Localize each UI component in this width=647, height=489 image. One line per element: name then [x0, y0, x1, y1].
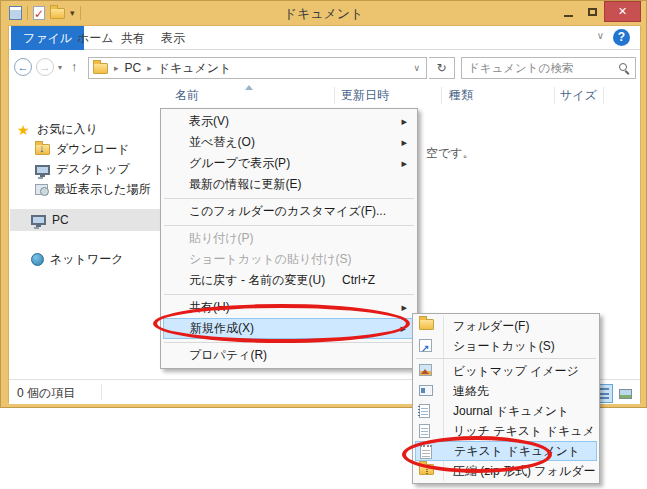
- column-header-type[interactable]: 種類: [449, 87, 473, 104]
- recent-places-icon: [35, 184, 48, 195]
- submenu-item-label: ビットマップ イメージ: [453, 364, 579, 378]
- menu-item-label: グループで表示(P): [189, 156, 290, 170]
- sidebar-item-recent-places[interactable]: 最近表示した場所: [35, 181, 151, 198]
- submenu-item-bitmap-image[interactable]: ビットマップ イメージ: [415, 361, 597, 381]
- search-input[interactable]: [468, 59, 608, 77]
- menu-item-paste: 貼り付け(P): [163, 228, 415, 249]
- menu-item-label: 元に戻す - 名前の変更(U): [189, 273, 325, 287]
- window-title: ドキュメント: [1, 5, 646, 23]
- up-button[interactable]: ↑: [71, 59, 78, 74]
- minimize-button[interactable]: [556, 1, 580, 22]
- column-header-date-modified[interactable]: 更新日時: [341, 87, 389, 104]
- sidebar-item-label: デスクトップ: [56, 161, 130, 178]
- sidebar-item-label: 最近表示した場所: [54, 181, 151, 198]
- breadcrumb-pc[interactable]: PC: [125, 61, 142, 75]
- submenu-item-shortcut[interactable]: ショートカット(S): [415, 336, 597, 356]
- submenu-item-label: フォルダー(F): [453, 319, 529, 333]
- location-folder-icon: [93, 63, 108, 74]
- column-divider[interactable]: [334, 87, 335, 104]
- sidebar-item-desktop[interactable]: デスクトップ: [35, 161, 130, 178]
- submenu-item-journal-document[interactable]: Journal ドキュメント: [415, 401, 597, 421]
- sort-ascending-icon: [245, 85, 253, 90]
- sidebar-item-label: PC: [52, 213, 69, 227]
- sidebar-item-pc[interactable]: PC: [31, 213, 69, 227]
- address-bar-row: ← → ▾ ↑ ▸ PC ▸ ドキュメント ∨ ↻: [9, 51, 640, 85]
- submenu-arrow-icon: ▸: [401, 111, 407, 132]
- menu-item-group-by[interactable]: グループで表示(P) ▸: [163, 153, 415, 174]
- sidebar-item-label: ネットワーク: [50, 251, 123, 268]
- screen: ▾ ドキュメント ✕ ファイル ホーム 共有 表示 ∨ ? ← →: [0, 0, 647, 489]
- sidebar-item-label: ダウンロード: [56, 141, 129, 158]
- submenu-arrow-icon: ▸: [401, 297, 407, 318]
- history-dropdown-icon[interactable]: ▾: [58, 63, 62, 72]
- menu-item-shortcut: Ctrl+Z: [342, 270, 375, 291]
- menu-item-customize-folder[interactable]: このフォルダーのカスタマイズ(F)...: [163, 201, 415, 222]
- search-icon: [619, 63, 627, 71]
- forward-button: →: [36, 58, 54, 76]
- bitmap-image-icon: [419, 364, 432, 376]
- menu-item-paste-shortcut: ショートカットの貼り付け(S): [163, 249, 415, 270]
- sidebar-item-label: お気に入り: [37, 121, 98, 138]
- navigation-pane: ★ お気に入り ダウンロード デスクトップ 最近表示した場所: [9, 85, 161, 379]
- column-divider[interactable]: [441, 87, 442, 104]
- thumbnails-view-button[interactable]: [615, 384, 636, 403]
- status-divider: [101, 384, 102, 400]
- submenu-item-contact[interactable]: 連絡先: [415, 381, 597, 401]
- menu-item-sort-by[interactable]: 並べ替え(O) ▸: [163, 132, 415, 153]
- submenu-item-label: Journal ドキュメント: [453, 404, 569, 418]
- menu-item-label: プロパティ(R): [189, 348, 267, 362]
- column-divider[interactable]: [603, 87, 604, 104]
- title-bar: ▾ ドキュメント ✕: [1, 1, 646, 25]
- menu-item-label: このフォルダーのカスタマイズ(F)...: [189, 204, 386, 218]
- annotation-ellipse-text-document: [402, 436, 552, 473]
- column-header-size[interactable]: サイズ: [560, 87, 597, 104]
- item-count: 0 個の項目: [17, 385, 75, 402]
- ribbon-expand-icon[interactable]: ∨: [597, 30, 604, 41]
- address-dropdown-icon[interactable]: ∨: [413, 63, 420, 73]
- help-icon[interactable]: ?: [613, 29, 630, 46]
- shortcut-icon: [419, 339, 432, 352]
- breadcrumb-documents[interactable]: ドキュメント: [158, 60, 232, 77]
- address-bar[interactable]: ▸ PC ▸ ドキュメント ∨: [88, 57, 427, 79]
- sidebar-item-favorites[interactable]: ★ お気に入り: [17, 121, 98, 138]
- menu-item-view[interactable]: 表示(V) ▸: [163, 111, 415, 132]
- tab-view[interactable]: 表示: [149, 26, 197, 50]
- desktop-icon: [35, 165, 50, 175]
- menu-item-label: 貼り付け(P): [189, 231, 254, 245]
- menu-item-label: ショートカットの貼り付け(S): [189, 252, 352, 266]
- empty-folder-message: 空です。: [426, 145, 475, 162]
- sidebar-item-downloads[interactable]: ダウンロード: [35, 141, 129, 158]
- search-box: [461, 57, 636, 79]
- menu-item-refresh[interactable]: 最新の情報に更新(E): [163, 174, 415, 195]
- maximize-icon: [588, 8, 597, 16]
- downloads-folder-icon: [35, 144, 50, 155]
- folder-icon: [419, 319, 434, 330]
- menu-item-label: 表示(V): [189, 114, 229, 128]
- submenu-item-folder[interactable]: フォルダー(F): [415, 316, 597, 336]
- submenu-item-label: 連絡先: [453, 384, 489, 398]
- menu-item-undo-rename[interactable]: 元に戻す - 名前の変更(U) Ctrl+Z: [163, 270, 415, 291]
- annotation-ellipse-new-menu-item: [153, 304, 410, 343]
- breadcrumb-separator-icon: ▸: [141, 63, 158, 73]
- close-button[interactable]: ✕: [604, 1, 641, 22]
- network-globe-icon: [31, 253, 44, 266]
- minimize-icon: [564, 15, 573, 17]
- maximize-button[interactable]: [580, 1, 604, 22]
- submenu-arrow-icon: ▸: [401, 132, 407, 153]
- journal-document-icon: [419, 404, 430, 418]
- rich-text-document-icon: [419, 424, 430, 438]
- favorites-star-icon: ★: [17, 123, 31, 137]
- refresh-button[interactable]: ↻: [429, 57, 455, 79]
- menu-item-properties[interactable]: プロパティ(R): [163, 345, 415, 366]
- menu-item-label: 最新の情報に更新(E): [189, 177, 302, 191]
- pc-icon: [31, 215, 46, 225]
- ribbon-tab-bar: ファイル ホーム 共有 表示 ∨ ?: [9, 26, 640, 50]
- contact-icon: [419, 385, 433, 396]
- sidebar-item-network[interactable]: ネットワーク: [31, 251, 123, 268]
- submenu-arrow-icon: ▸: [401, 153, 407, 174]
- back-button[interactable]: ←: [14, 58, 32, 76]
- column-header-name[interactable]: 名前: [175, 87, 199, 104]
- column-divider[interactable]: [554, 87, 555, 104]
- menu-item-label: 並べ替え(O): [189, 135, 255, 149]
- thumbnails-view-icon: [619, 389, 632, 399]
